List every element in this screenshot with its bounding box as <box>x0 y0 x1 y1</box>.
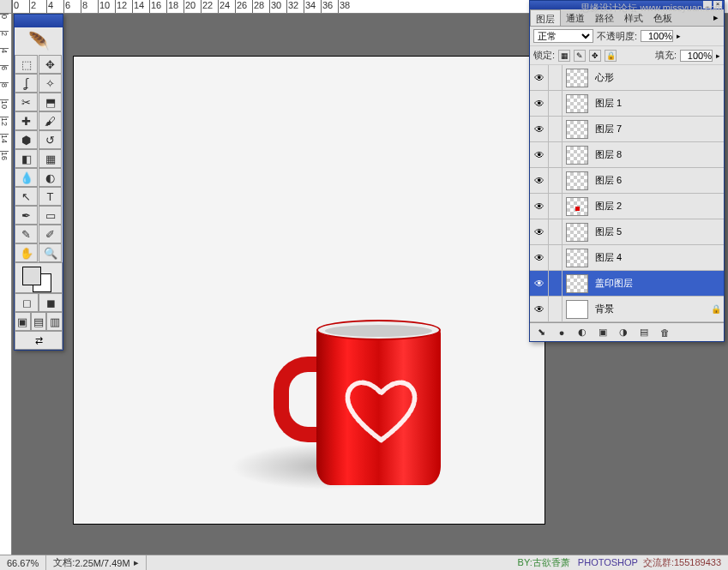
eyedropper-tool[interactable]: ✐ <box>39 225 62 243</box>
wand-tool[interactable]: ✧ <box>39 74 62 93</box>
screen-full-menu[interactable]: ▤ <box>31 312 47 331</box>
brush-tool[interactable]: 🖌 <box>39 111 62 130</box>
visibility-icon[interactable]: 👁 <box>530 271 549 296</box>
layer-thumbnail[interactable] <box>566 146 588 165</box>
layer-name[interactable]: 盖印图层 <box>592 277 724 290</box>
layer-thumbnail[interactable] <box>566 197 588 216</box>
visibility-icon[interactable]: 👁 <box>530 117 549 141</box>
fill-slider-icon[interactable]: ▸ <box>716 51 720 60</box>
layer-row[interactable]: 👁图层 8 <box>530 142 724 168</box>
visibility-icon[interactable]: 👁 <box>530 219 549 244</box>
panel-titlebar[interactable]: _ × <box>530 1 724 9</box>
tab-swatches[interactable]: 色板 <box>648 9 677 26</box>
layer-row[interactable]: 👁图层 2 <box>530 194 724 219</box>
layer-name[interactable]: 图层 1 <box>592 97 724 110</box>
standard-mode[interactable]: ◻ <box>15 293 39 312</box>
ruler-origin[interactable] <box>0 0 12 14</box>
zoom-level[interactable]: 66.67% <box>0 555 46 570</box>
history-brush-tool[interactable]: ↺ <box>39 130 62 149</box>
layer-thumbnail[interactable] <box>566 94 588 113</box>
shape-tool[interactable]: ▭ <box>39 206 62 225</box>
visibility-icon[interactable]: 👁 <box>530 142 549 167</box>
hand-tool[interactable]: ✋ <box>15 243 38 262</box>
link-layers-icon[interactable]: ⬊ <box>533 326 549 339</box>
doc-info[interactable]: 文档: 2.25M/7.49M ▸ <box>46 555 146 570</box>
layer-thumbnail[interactable] <box>566 120 588 139</box>
lock-all-icon[interactable]: 🔒 <box>605 50 617 62</box>
move-tool[interactable]: ✥ <box>39 55 62 74</box>
ruler-vertical[interactable]: 0246810121416 <box>0 14 12 555</box>
lock-pixels-icon[interactable]: ✎ <box>574 50 586 62</box>
layer-thumbnail[interactable] <box>566 69 588 87</box>
layer-row[interactable]: 👁背景🔒 <box>530 297 724 322</box>
adjustment-layer-icon[interactable]: ◑ <box>616 326 631 339</box>
opacity-slider-icon[interactable]: ▸ <box>677 32 681 40</box>
marquee-tool[interactable]: ⬚ <box>15 55 38 74</box>
lasso-tool[interactable]: ʆ <box>15 74 38 93</box>
visibility-icon[interactable]: 👁 <box>530 194 549 219</box>
dodge-tool[interactable]: ◐ <box>39 168 62 187</box>
visibility-icon[interactable]: 👁 <box>530 91 549 116</box>
jump-to-imageready[interactable]: ⇄ <box>15 331 63 350</box>
tab-paths[interactable]: 路径 <box>590 9 619 26</box>
layer-row[interactable]: 👁盖印图层 <box>530 271 724 297</box>
new-group-icon[interactable]: ▣ <box>595 326 611 339</box>
tab-channels[interactable]: 通道 <box>561 9 590 26</box>
gradient-tool[interactable]: ▦ <box>39 149 62 168</box>
notes-tool[interactable]: ✎ <box>15 225 38 243</box>
layer-thumbnail[interactable] <box>566 223 588 242</box>
layer-thumbnail[interactable] <box>566 249 588 267</box>
lock-transparency-icon[interactable]: ▦ <box>558 50 570 62</box>
delete-layer-icon[interactable]: 🗑 <box>657 326 672 339</box>
slice-tool[interactable]: ⬒ <box>39 93 62 111</box>
panel-menu-icon[interactable]: ▸ <box>708 9 724 26</box>
foreground-color[interactable] <box>22 267 41 285</box>
zoom-tool[interactable]: 🔍 <box>39 243 62 262</box>
visibility-icon[interactable]: 👁 <box>530 65 549 90</box>
layer-row[interactable]: 👁心形 <box>530 65 724 91</box>
new-layer-icon[interactable]: ▤ <box>636 326 652 339</box>
stamp-tool[interactable]: ⬢ <box>15 130 38 149</box>
pen-tool[interactable]: ✒ <box>15 206 38 225</box>
layer-style-icon[interactable]: ● <box>554 326 569 339</box>
path-select-tool[interactable]: ↖ <box>15 187 38 206</box>
heal-tool[interactable]: ✚ <box>15 111 38 130</box>
layer-name[interactable]: 图层 6 <box>592 174 724 187</box>
layer-row[interactable]: 👁图层 7 <box>530 117 724 142</box>
layer-name[interactable]: 背景 <box>592 303 708 315</box>
chevron-right-icon[interactable]: ▸ <box>134 557 139 568</box>
layer-name[interactable]: 图层 7 <box>592 123 724 135</box>
toolbox-titlebar[interactable] <box>15 15 63 27</box>
screen-full[interactable]: ▥ <box>46 312 63 331</box>
layer-row[interactable]: 👁图层 6 <box>530 168 724 194</box>
layer-thumbnail[interactable] <box>566 300 588 319</box>
layer-thumbnail[interactable] <box>566 171 588 190</box>
layer-name[interactable]: 图层 2 <box>592 200 724 213</box>
layer-name[interactable]: 图层 5 <box>592 225 724 238</box>
crop-tool[interactable]: ✂ <box>15 93 38 111</box>
layer-name[interactable]: 图层 8 <box>592 148 724 161</box>
close-icon[interactable]: × <box>713 1 722 9</box>
color-swatches[interactable] <box>15 262 63 293</box>
type-tool[interactable]: T <box>39 187 62 206</box>
layer-row[interactable]: 👁图层 1 <box>530 91 724 117</box>
minimize-icon[interactable]: _ <box>703 1 712 9</box>
lock-position-icon[interactable]: ✥ <box>589 50 601 62</box>
fill-input[interactable] <box>680 50 713 62</box>
opacity-input[interactable] <box>641 30 673 42</box>
layer-row[interactable]: 👁图层 5 <box>530 219 724 245</box>
blend-mode-select[interactable]: 正常 <box>533 29 593 43</box>
tab-layers[interactable]: 图层 <box>530 9 561 26</box>
eraser-tool[interactable]: ◧ <box>15 149 38 168</box>
visibility-icon[interactable]: 👁 <box>530 245 549 270</box>
layer-name[interactable]: 心形 <box>592 71 724 84</box>
layer-mask-icon[interactable]: ◐ <box>575 326 590 339</box>
tab-styles[interactable]: 样式 <box>619 9 648 26</box>
blur-tool[interactable]: 💧 <box>15 168 38 187</box>
layer-name[interactable]: 图层 4 <box>592 251 724 264</box>
layer-row[interactable]: 👁图层 4 <box>530 245 724 271</box>
screen-standard[interactable]: ▣ <box>15 312 31 331</box>
artboard[interactable] <box>74 57 544 524</box>
visibility-icon[interactable]: 👁 <box>530 168 549 193</box>
visibility-icon[interactable]: 👁 <box>530 297 549 321</box>
